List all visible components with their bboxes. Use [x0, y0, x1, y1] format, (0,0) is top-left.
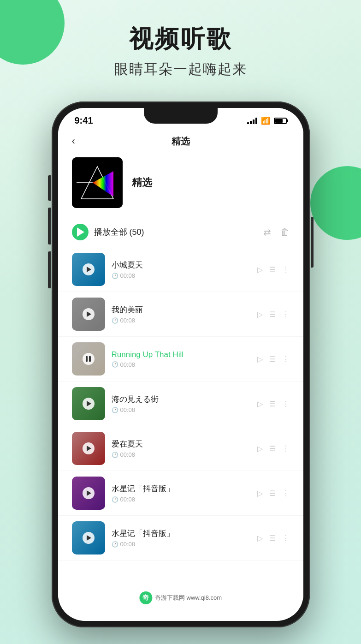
nav-bar: ‹ 精选 [58, 130, 303, 153]
battery-icon [274, 118, 287, 124]
more-icon[interactable]: ⋮ [282, 355, 290, 364]
song-duration: 🕐 00:08 [112, 361, 251, 368]
phone-btn-vol-down [48, 251, 51, 288]
clock-icon: 🕐 [112, 361, 118, 368]
phone-btn-power [311, 217, 314, 268]
song-title: 海の見える街 [112, 394, 251, 405]
phone-btn-vol-up [48, 208, 51, 244]
video-icon[interactable]: ▷ [257, 265, 263, 274]
song-actions: ▷ ☰ ⋮ [257, 265, 290, 274]
list-item[interactable]: 爱在夏天 🕐 00:08 ▷ ☰ ⋮ [58, 426, 303, 471]
video-icon[interactable]: ▷ [257, 534, 263, 543]
song-actions: ▷ ☰ ⋮ [257, 355, 290, 364]
list-item[interactable]: Running Up That Hill 🕐 00:08 ▷ ☰ ⋮ [58, 337, 303, 382]
bg-circle-right [310, 166, 361, 240]
phone-wrapper: 9:41 📶 ‹ [52, 101, 310, 627]
shuffle-icon[interactable]: ⇄ [263, 227, 271, 238]
watermark: 奇 奇游下载网 www.qi8.com [132, 589, 229, 607]
more-icon[interactable]: ⋮ [282, 310, 290, 319]
wifi-icon: 📶 [261, 116, 270, 125]
phone-outer: 9:41 📶 ‹ [52, 101, 310, 627]
playlist-cover [72, 157, 123, 208]
song-duration: 🕐 00:08 [112, 272, 251, 279]
song-actions: ▷ ☰ ⋮ [257, 400, 290, 408]
more-icon[interactable]: ⋮ [282, 265, 290, 274]
list-item[interactable]: 我的美丽 🕐 00:08 ▷ ☰ ⋮ [58, 292, 303, 337]
list-item[interactable]: 水星记「抖音版」 🕐 00:08 ▷ ☰ ⋮ [58, 516, 303, 561]
song-actions: ▷ ☰ ⋮ [257, 489, 290, 498]
sub-title: 眼睛耳朵一起嗨起来 [0, 60, 361, 79]
song-thumb [72, 298, 105, 331]
back-button[interactable]: ‹ [72, 135, 75, 147]
song-title: 小城夏天 [112, 260, 251, 270]
phone-screen: 9:41 📶 ‹ [58, 108, 303, 621]
phone-notch [144, 108, 218, 124]
song-duration: 🕐 00:08 [112, 317, 251, 324]
video-icon[interactable]: ▷ [257, 355, 263, 364]
menu-icon[interactable]: ☰ [269, 310, 276, 319]
song-actions: ▷ ☰ ⋮ [257, 444, 290, 453]
song-thumb [72, 477, 105, 510]
song-actions: ▷ ☰ ⋮ [257, 310, 290, 319]
playlist-header: 精选 [58, 153, 303, 217]
menu-icon[interactable]: ☰ [269, 355, 276, 364]
play-all-icon [77, 227, 84, 237]
play-all-button[interactable] [72, 224, 89, 240]
song-info: 海の見える街 🕐 00:08 [112, 394, 251, 413]
song-info: 小城夏天 🕐 00:08 [112, 260, 251, 279]
clock-icon: 🕐 [112, 541, 118, 548]
video-icon[interactable]: ▷ [257, 489, 263, 498]
watermark-text: 奇游下载网 www.qi8.com [155, 594, 222, 602]
video-icon[interactable]: ▷ [257, 310, 263, 319]
list-item[interactable]: 水星记「抖音版」 🕐 00:08 ▷ ☰ ⋮ [58, 471, 303, 516]
song-duration: 🕐 00:08 [112, 406, 251, 413]
song-info: Running Up That Hill 🕐 00:08 [112, 350, 251, 368]
status-icons: 📶 [247, 116, 287, 125]
song-title: 水星记「抖音版」 [112, 528, 251, 539]
phone-btn-silent [48, 175, 51, 201]
clock-icon: 🕐 [112, 407, 118, 413]
song-info: 我的美丽 🕐 00:08 [112, 304, 251, 324]
menu-icon[interactable]: ☰ [269, 534, 276, 543]
song-title: 爱在夏天 [112, 439, 251, 449]
menu-icon[interactable]: ☰ [269, 265, 276, 274]
more-icon[interactable]: ⋮ [282, 400, 290, 408]
song-info: 水星记「抖音版」 🕐 00:08 [112, 528, 251, 548]
more-icon[interactable]: ⋮ [282, 489, 290, 498]
play-all-bar[interactable]: 播放全部 (50) ⇄ 🗑 [58, 217, 303, 247]
video-icon[interactable]: ▷ [257, 444, 263, 453]
play-all-actions: ⇄ 🗑 [263, 227, 290, 238]
playlist-name: 精选 [132, 176, 152, 190]
header-area: 视频听歌 眼睛耳朵一起嗨起来 [0, 23, 361, 79]
signal-icon [247, 118, 257, 124]
song-info: 水星记「抖音版」 🕐 00:08 [112, 483, 251, 503]
clock-icon: 🕐 [112, 273, 118, 279]
song-duration: 🕐 00:08 [112, 451, 251, 458]
list-item[interactable]: 海の見える街 🕐 00:08 ▷ ☰ ⋮ [58, 382, 303, 426]
song-thumb [72, 253, 105, 286]
menu-icon[interactable]: ☰ [269, 400, 276, 408]
clock-icon: 🕐 [112, 452, 118, 458]
app-content: ‹ 精选 [58, 130, 303, 615]
menu-icon[interactable]: ☰ [269, 489, 276, 498]
more-icon[interactable]: ⋮ [282, 534, 290, 543]
status-time: 9:41 [75, 115, 93, 126]
watermark-logo: 奇 [139, 591, 152, 604]
song-info: 爱在夏天 🕐 00:08 [112, 439, 251, 458]
video-icon[interactable]: ▷ [257, 400, 263, 408]
song-thumb [72, 342, 105, 376]
song-list: 小城夏天 🕐 00:08 ▷ ☰ ⋮ [58, 247, 303, 615]
nav-title: 精选 [172, 135, 190, 148]
song-thumb [72, 387, 105, 420]
delete-icon[interactable]: 🗑 [280, 227, 290, 238]
song-duration: 🕐 00:08 [112, 541, 251, 548]
song-thumb [72, 521, 105, 555]
song-title: 我的美丽 [112, 304, 251, 315]
menu-icon[interactable]: ☰ [269, 444, 276, 453]
more-icon[interactable]: ⋮ [282, 444, 290, 453]
clock-icon: 🕐 [112, 317, 118, 324]
play-all-text: 播放全部 (50) [94, 227, 263, 238]
list-item[interactable]: 小城夏天 🕐 00:08 ▷ ☰ ⋮ [58, 247, 303, 292]
song-thumb [72, 432, 105, 465]
song-duration: 🕐 00:08 [112, 496, 251, 503]
